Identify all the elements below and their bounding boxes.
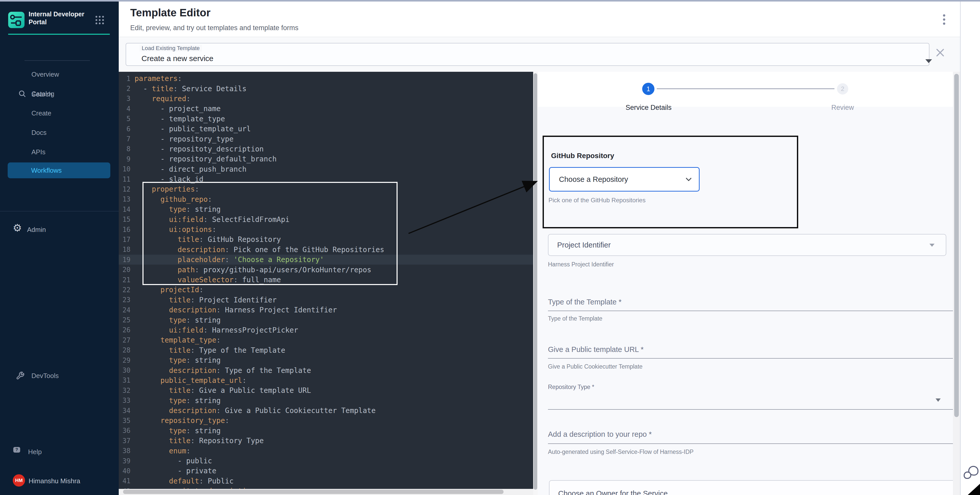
code-text: type: string: [135, 427, 221, 435]
template-loader-band: Load Existing Template Create a new serv…: [119, 38, 960, 72]
sidebar-item-label: Workflows: [31, 162, 62, 178]
repo-description-field-label[interactable]: Add a description to your repo *: [548, 430, 652, 439]
load-existing-template-label: Load Existing Template: [139, 45, 202, 52]
idp-logo-icon: [8, 12, 24, 28]
sidebar-item-workflows-active[interactable]: Workflows: [8, 162, 110, 178]
code-line: 22 projectId:: [119, 285, 533, 295]
line-number: 24: [119, 306, 130, 314]
sidebar-divider: [0, 211, 119, 212]
user-avatar[interactable]: HM: [13, 474, 25, 487]
sidebar-item-docs[interactable]: Docs: [0, 129, 119, 139]
apps-grid-icon[interactable]: [95, 16, 104, 24]
page-title: Template Editor: [130, 6, 210, 19]
line-number: 33: [119, 397, 130, 404]
code-text: type: string: [135, 316, 221, 325]
line-number: 41: [119, 477, 130, 485]
public-template-url-field-helper: Give a Public Cookiecutter Template: [548, 363, 643, 370]
sidebar-item-label: Overview: [32, 70, 59, 78]
line-number: 39: [119, 457, 130, 465]
code-text: placeholder: 'Choose a Repository': [135, 255, 324, 264]
stepper-step-2-label: Review: [827, 104, 858, 111]
line-number: 3: [119, 95, 130, 102]
line-number: 26: [119, 326, 130, 334]
public-template-url-field-label[interactable]: Give a Public template URL *: [548, 345, 643, 354]
code-line: 1parameters:: [119, 73, 533, 84]
sidebar-item-help[interactable]: Help: [28, 448, 41, 456]
code-line: 17 title: GitHub Repository: [119, 234, 533, 244]
code-text: path: proxy/github-api/users/OrkoHunter/…: [135, 266, 371, 274]
sidebar-item-devtools[interactable]: DevTools: [0, 186, 119, 199]
yaml-code-editor[interactable]: 1parameters:2 - title: Service Details3 …: [119, 72, 533, 495]
repository-type-field-label[interactable]: Repository Type *: [548, 384, 594, 390]
code-line: 8 - repositoty_description: [119, 144, 533, 154]
idp-logo[interactable]: [8, 12, 24, 28]
sidebar-item-label: DevTools: [32, 372, 59, 380]
repo-description-field-underline[interactable]: [548, 443, 959, 444]
code-line: 14 type: string: [119, 204, 533, 214]
public-template-url-field-underline[interactable]: [548, 358, 959, 359]
stepper-connector: [657, 88, 834, 89]
line-number: 36: [119, 427, 130, 435]
stepper-step-2[interactable]: 2: [837, 83, 848, 94]
dropdown-caret-icon[interactable]: [935, 398, 941, 402]
editor-horizontal-scrollbar-thumb[interactable]: [123, 490, 504, 494]
line-number: 23: [119, 296, 130, 304]
code-text: type: string: [135, 205, 221, 213]
sidebar-item-create[interactable]: Create: [0, 109, 119, 119]
code-text: required:: [135, 94, 191, 103]
chevron-down-icon: [686, 178, 692, 181]
line-number: 35: [119, 417, 130, 425]
line-number: 16: [119, 226, 130, 234]
sidebar-item-overview[interactable]: Overview: [0, 70, 119, 81]
code-text: parameters:: [135, 74, 182, 83]
sidebar-item-label: Create: [32, 109, 51, 117]
code-line: 27 template_type:: [119, 335, 533, 345]
code-line: 34 description: Give a Public Cookiecutt…: [119, 406, 533, 415]
sidebar-item-label: Docs: [32, 129, 46, 136]
page-header: Template Editor Edit, preview, and try o…: [119, 2, 960, 37]
kebab-menu-icon[interactable]: [943, 14, 945, 27]
code-line: 10 - direct_push_branch: [119, 164, 533, 174]
line-number: 19: [119, 256, 130, 264]
code-line: 18 description: Pick one of the GitHub R…: [119, 245, 533, 255]
chat-bubbles-icon[interactable]: [964, 466, 978, 480]
line-number: 9: [119, 155, 130, 163]
template-type-field-underline[interactable]: [548, 310, 959, 311]
sidebar-item-search[interactable]: Search: [0, 45, 119, 58]
code-line: 9 - repository_default_branch: [119, 154, 533, 164]
project-identifier-select[interactable]: Project Identifier: [548, 234, 946, 256]
line-number: 18: [119, 246, 130, 253]
code-line: 15 ui:field: SelectFieldFromApi: [119, 214, 533, 224]
template-type-field-label[interactable]: Type of the Template *: [548, 298, 622, 306]
load-existing-template-select[interactable]: Load Existing Template Create a new serv…: [126, 43, 929, 66]
template-type-field-helper: Type of the Template: [548, 315, 602, 322]
editor-vertical-scrollbar-thumb[interactable]: [534, 73, 537, 490]
code-line: 26 ui:field: HarnessProjectPicker: [119, 325, 533, 335]
code-text: enum:: [135, 447, 191, 455]
sidebar-item-admin[interactable]: Admin: [27, 226, 46, 234]
owner-select[interactable]: Choose an Owner for the Service: [549, 480, 958, 495]
code-text: properties:: [135, 185, 199, 193]
user-name[interactable]: Himanshu Mishra: [29, 477, 80, 485]
github-repository-select[interactable]: Choose a Repository: [549, 167, 700, 191]
sidebar-accent-divider: [8, 34, 110, 35]
panel-vertical-scrollbar-thumb[interactable]: [954, 74, 959, 417]
line-number: 8: [119, 145, 130, 153]
code-text: description: Harness Project Identifier: [135, 306, 337, 314]
line-number: 6: [119, 125, 130, 133]
code-text: title: Give a Public template URL: [135, 386, 311, 395]
stepper-step-1[interactable]: 1: [642, 83, 654, 95]
clear-template-button[interactable]: [935, 47, 946, 58]
cursor-artifact: [968, 484, 980, 495]
sidebar-item-catalog[interactable]: Catalog: [0, 90, 119, 100]
wrench-icon: [16, 371, 24, 380]
code-line: 6 - public_template_url: [119, 124, 533, 134]
repository-type-field-underline[interactable]: [548, 409, 959, 410]
line-number: 21: [119, 276, 130, 284]
help-icon: ?: [13, 447, 24, 456]
sidebar-item-apis[interactable]: APIs: [0, 148, 119, 158]
code-line: 40 - private: [119, 466, 533, 476]
code-line: 11 - slack_id: [119, 174, 533, 184]
code-line: 23 title: Project Identifier: [119, 295, 533, 305]
code-line: 38 enum:: [119, 446, 533, 456]
